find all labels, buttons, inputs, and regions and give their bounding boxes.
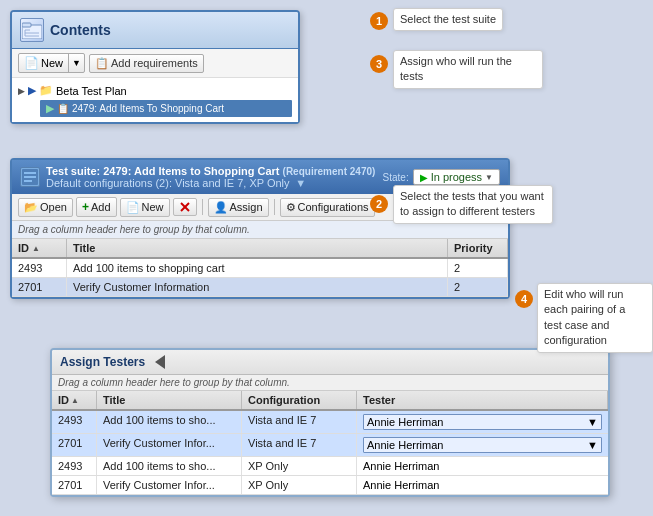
assign-cell-id: 2701: [52, 434, 97, 456]
contents-folder-icon: [20, 18, 44, 42]
assign-cell-title: Verify Customer Infor...: [97, 434, 242, 456]
state-label: State:: [383, 172, 409, 183]
assign-row[interactable]: 2493 Add 100 items to sho... XP Only Ann…: [52, 457, 608, 476]
assign-row[interactable]: 2493 Add 100 items to sho... Vista and I…: [52, 411, 608, 434]
id-sort-icon[interactable]: ▲: [32, 244, 40, 253]
assign-title: Assign Testers: [60, 355, 145, 369]
open-icon: 📂: [24, 201, 38, 214]
svg-rect-8: [24, 176, 36, 178]
annotation-1-text: Select the test suite: [393, 8, 503, 31]
contents-title: Contents: [50, 22, 111, 38]
assign-tester-cell[interactable]: Annie Herriman ▼: [357, 434, 608, 456]
annotation-2-circle: 2: [370, 195, 388, 213]
tester-name: Annie Herriman: [363, 460, 439, 472]
assign-col-tester[interactable]: Tester: [357, 391, 608, 409]
config-icon: ⚙: [286, 201, 296, 214]
assign-grid-header: ID ▲ Title Configuration Tester: [52, 391, 608, 411]
tester-name: Annie Herriman: [367, 439, 443, 451]
testsuite-subtitle: Default configurations (2): Vista and IE…: [46, 177, 375, 189]
subtitle-dropdown[interactable]: ▼: [295, 177, 306, 189]
add-button[interactable]: + Add: [76, 197, 117, 217]
tree-child-item[interactable]: ▶ 📋 2479: Add Items To Shopping Cart: [40, 100, 292, 117]
testsuite-req: (Requirement 2470): [283, 166, 376, 177]
assign-row[interactable]: 2701 Verify Customer Infor... Vista and …: [52, 434, 608, 457]
new-split-button[interactable]: 📄 New ▼: [18, 53, 85, 73]
tester-dropdown-arrow: ▼: [587, 439, 598, 451]
svg-rect-7: [24, 172, 36, 174]
col-header-title[interactable]: Title: [67, 239, 448, 257]
contents-title-bar: Contents: [12, 12, 298, 49]
col-header-id[interactable]: ID ▲: [12, 239, 67, 257]
annotation-1-circle: 1: [370, 12, 388, 30]
assign-col-title[interactable]: Title: [97, 391, 242, 409]
row-id: 2493: [12, 259, 67, 277]
open-button[interactable]: 📂 Open: [18, 198, 73, 217]
new-button[interactable]: 📄 New: [120, 198, 170, 217]
new-button-label: New: [41, 57, 63, 69]
testsuite-icon: [20, 167, 40, 187]
assign-sort-icon[interactable]: ▲: [71, 396, 79, 405]
new-dropdown-arrow[interactable]: ▼: [69, 56, 84, 70]
col-header-priority[interactable]: Priority: [448, 239, 508, 257]
assign-cell-id: 2701: [52, 476, 97, 494]
tree-child-label: 2479: Add Items To Shopping Cart: [72, 103, 224, 114]
row-priority: 2: [448, 259, 508, 277]
annotation-4-circle: 4: [515, 290, 533, 308]
assign-cell-id: 2493: [52, 411, 97, 433]
row-title: Add 100 items to shopping cart: [67, 259, 448, 277]
tree-collapse-icon: ▶: [18, 86, 25, 96]
add-label: Add: [91, 201, 111, 213]
assign-tester-cell[interactable]: Annie Herriman ▼: [357, 411, 608, 433]
add-requirements-label: Add requirements: [111, 57, 198, 69]
tree-plan-label: Beta Test Plan: [56, 85, 127, 97]
annotation-3-text: Assign who will run the tests: [393, 50, 543, 89]
tester-dropdown[interactable]: Annie Herriman ▼: [363, 414, 602, 430]
add-icon: +: [82, 200, 89, 214]
assign-cell-id: 2493: [52, 457, 97, 475]
state-play-icon: ▶: [420, 172, 428, 183]
new-main-button[interactable]: 📄 New: [19, 54, 69, 72]
testsuite-panel: Test suite: 2479: Add Items to Shopping …: [10, 158, 510, 299]
table-row[interactable]: 2701 Verify Customer Information 2: [12, 278, 508, 297]
tree-beta-plan[interactable]: ▶ ▶ 📁 Beta Test Plan: [18, 82, 292, 99]
assign-cell-config: Vista and IE 7: [242, 411, 357, 433]
annotation-2-text: Select the tests that you want to assign…: [393, 185, 553, 224]
table-row[interactable]: 2493 Add 100 items to shopping cart 2: [12, 259, 508, 278]
assign-row[interactable]: 2701 Verify Customer Infor... XP Only An…: [52, 476, 608, 495]
contents-toolbar: 📄 New ▼ 📋 Add requirements: [12, 49, 298, 78]
annotation-4-text: Edit who will run each pairing of a test…: [537, 283, 653, 353]
assign-title-bar: Assign Testers: [52, 350, 608, 375]
open-label: Open: [40, 201, 67, 213]
assign-button[interactable]: 👤 Assign: [208, 198, 269, 217]
tree-area: ▶ ▶ 📁 Beta Test Plan ▶ 📋 2479: Add Items…: [12, 78, 298, 122]
toolbar-separator: [202, 199, 203, 215]
testsuite-grid-body: 2493 Add 100 items to shopping cart 2 27…: [12, 259, 508, 297]
state-value: In progess: [431, 171, 482, 183]
assign-tester-cell: Annie Herriman: [357, 476, 608, 494]
add-requirements-button[interactable]: 📋 Add requirements: [89, 54, 204, 73]
row-title: Verify Customer Information: [67, 278, 448, 296]
configurations-button[interactable]: ⚙ Configurations: [280, 198, 375, 217]
state-dropdown-arrow[interactable]: ▼: [485, 173, 493, 182]
testsuite-title: Test suite: 2479: Add Items to Shopping …: [46, 165, 375, 177]
assign-col-id[interactable]: ID ▲: [52, 391, 97, 409]
config-label: Configurations: [298, 201, 369, 213]
assign-label: Assign: [230, 201, 263, 213]
tester-dropdown[interactable]: Annie Herriman ▼: [363, 437, 602, 453]
assign-col-config[interactable]: Configuration: [242, 391, 357, 409]
delete-button[interactable]: [173, 198, 197, 216]
testsuite-grid-header: ID ▲ Title Priority: [12, 239, 508, 259]
delete-icon: [179, 201, 191, 213]
state-area: State: ▶ In progess ▼: [383, 169, 500, 185]
row-priority: 2: [448, 278, 508, 296]
annotation-3-circle: 3: [370, 55, 388, 73]
tester-name: Annie Herriman: [367, 416, 443, 428]
assign-cell-config: XP Only: [242, 457, 357, 475]
toolbar-separator-2: [274, 199, 275, 215]
state-badge[interactable]: ▶ In progess ▼: [413, 169, 500, 185]
tester-dropdown-arrow: ▼: [587, 416, 598, 428]
assign-testers-panel: Assign Testers Drag a column header here…: [50, 348, 610, 497]
svg-rect-9: [24, 180, 32, 182]
assign-cell-config: XP Only: [242, 476, 357, 494]
svg-rect-1: [22, 23, 31, 27]
